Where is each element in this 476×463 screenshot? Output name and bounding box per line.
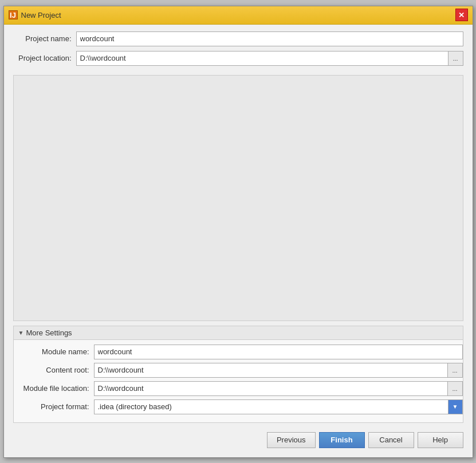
finish-button[interactable]: Finish xyxy=(319,432,365,448)
project-location-label: Project location: xyxy=(13,54,76,62)
project-format-label: Project format: xyxy=(14,402,94,411)
dialog-content: Project name: Project location: ... ▼ Mo… xyxy=(4,25,473,457)
project-name-label: Project name: xyxy=(13,34,76,43)
project-format-row: Project format: .idea (directory based) … xyxy=(14,399,463,414)
close-button[interactable]: ✕ xyxy=(455,9,468,21)
more-settings-label: More Settings xyxy=(26,329,72,337)
help-button[interactable]: Help xyxy=(418,432,463,448)
module-file-location-label: Module file location: xyxy=(14,384,94,393)
project-location-field: ... xyxy=(76,51,463,66)
window-title: New Project xyxy=(21,11,61,19)
collapse-triangle-icon: ▼ xyxy=(18,330,24,336)
content-root-browse-button[interactable]: ... xyxy=(448,363,463,378)
project-format-select[interactable]: .idea (directory based) xyxy=(94,399,448,414)
dialog-footer: Previous Finish Cancel Help xyxy=(13,428,463,450)
main-empty-area xyxy=(13,75,463,321)
app-icon: IJ xyxy=(9,10,18,19)
project-name-input[interactable] xyxy=(76,31,463,46)
content-root-field: ... xyxy=(94,363,463,378)
module-file-location-input[interactable] xyxy=(94,381,448,396)
more-settings-section: ▼ More Settings Module name: Content roo… xyxy=(13,326,463,423)
content-root-input[interactable] xyxy=(94,363,448,378)
project-location-input[interactable] xyxy=(76,51,449,66)
module-file-location-browse-button[interactable]: ... xyxy=(448,381,463,396)
module-file-location-row: Module file location: ... xyxy=(14,381,463,396)
dialog-window: IJ New Project ✕ Project name: Project l… xyxy=(3,6,473,458)
project-format-dropdown-button[interactable]: ▼ xyxy=(448,399,463,414)
module-name-label: Module name: xyxy=(14,347,94,356)
title-bar-left: IJ New Project xyxy=(9,10,61,19)
title-bar: IJ New Project ✕ xyxy=(4,6,473,25)
more-settings-header[interactable]: ▼ More Settings xyxy=(14,326,463,340)
previous-button[interactable]: Previous xyxy=(267,432,316,448)
project-location-row: Project location: ... xyxy=(13,51,463,66)
module-file-location-field: ... xyxy=(94,381,463,396)
close-icon: ✕ xyxy=(458,11,465,19)
content-root-label: Content root: xyxy=(14,366,94,374)
content-root-row: Content root: ... xyxy=(14,363,463,378)
project-location-browse-button[interactable]: ... xyxy=(449,51,463,66)
project-name-row: Project name: xyxy=(13,31,463,46)
module-name-input[interactable] xyxy=(94,345,463,359)
module-name-row: Module name: xyxy=(14,345,463,359)
more-settings-body: Module name: Content root: ... Module fi… xyxy=(14,340,463,422)
project-format-field: .idea (directory based) ▼ xyxy=(94,399,463,414)
cancel-button[interactable]: Cancel xyxy=(368,432,414,448)
